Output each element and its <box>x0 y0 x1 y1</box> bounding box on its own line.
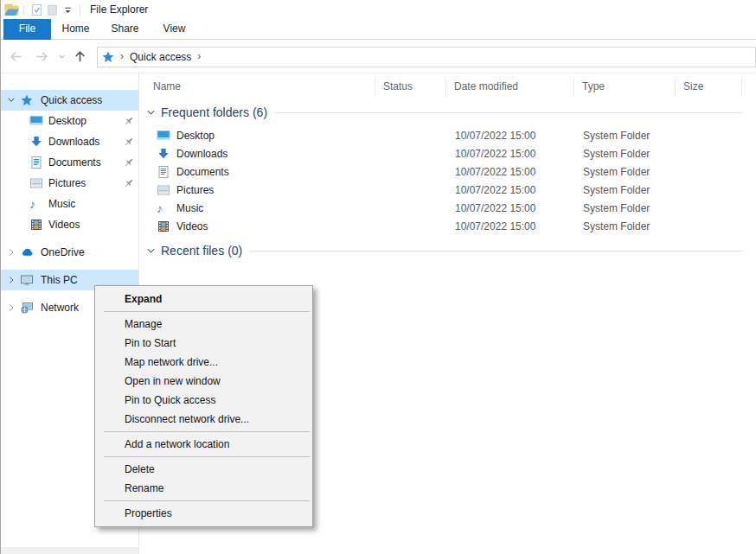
group-divider <box>250 251 742 252</box>
file-date-modified: 10/07/2022 15:00 <box>448 202 576 214</box>
tab-view[interactable]: View <box>150 19 199 40</box>
file-name: Music <box>176 202 203 214</box>
downloads-icon <box>157 147 170 161</box>
file-row-music[interactable]: ♪ Music 10/07/2022 15:00 System Folder <box>139 199 756 217</box>
file-date-modified: 10/07/2022 15:00 <box>448 148 576 160</box>
documents-icon <box>29 156 43 169</box>
address-bar[interactable]: › Quick access › <box>97 47 756 67</box>
sidebar-item-label: Documents <box>48 156 101 169</box>
desktop-icon <box>157 129 170 143</box>
file-name: Videos <box>176 220 208 232</box>
menu-item-properties[interactable]: Properties <box>95 504 312 523</box>
tab-home[interactable]: Home <box>51 19 100 40</box>
menu-separator <box>104 500 310 501</box>
column-header-name[interactable]: Name <box>139 78 375 97</box>
menu-item-pin-to-quick-access[interactable]: Pin to Quick access <box>95 391 312 410</box>
sidebar-item-onedrive[interactable]: OneDrive <box>1 242 138 263</box>
quick-access-star-icon <box>20 93 34 107</box>
chevron-right-icon[interactable] <box>7 276 17 284</box>
menu-item-rename[interactable]: Rename <box>95 479 312 498</box>
breadcrumb-segment[interactable]: Quick access <box>129 51 192 63</box>
sidebar-scrollbar-track[interactable] <box>1 547 138 554</box>
back-button[interactable] <box>3 45 29 69</box>
sidebar-item-label: Downloads <box>48 136 99 148</box>
file-date-modified: 10/07/2022 15:00 <box>448 220 576 232</box>
chevron-down-icon[interactable] <box>7 96 17 105</box>
group-header-frequent-folders[interactable]: Frequent folders (6) <box>139 104 756 121</box>
menu-item-delete[interactable]: Delete <box>95 460 312 479</box>
menu-item-map-network-drive[interactable]: Map network drive... <box>95 353 312 372</box>
file-row-pictures[interactable]: Pictures 10/07/2022 15:00 System Folder <box>139 181 756 199</box>
tab-file[interactable]: File <box>3 19 51 40</box>
back-arrow-icon <box>9 49 23 64</box>
file-name: Documents <box>176 166 229 178</box>
downloads-icon <box>29 135 43 149</box>
chevron-down-icon[interactable] <box>146 246 156 256</box>
pin-icon <box>124 157 134 168</box>
qat-new-folder-button[interactable] <box>44 2 60 17</box>
sidebar-item-videos[interactable]: Videos <box>1 214 138 235</box>
up-button[interactable] <box>68 45 91 69</box>
file-row-desktop[interactable]: Desktop 10/07/2022 15:00 System Folder <box>139 126 756 144</box>
context-menu-this-pc: Expand Manage Pin to Start Map network d… <box>94 285 313 527</box>
file-type: System Folder <box>576 166 678 178</box>
menu-item-expand[interactable]: Expand <box>95 290 312 309</box>
window-title: File Explorer <box>90 3 148 16</box>
menu-item-open-in-new-window[interactable]: Open in new window <box>95 372 312 391</box>
sidebar-item-pictures[interactable]: Pictures <box>1 173 138 194</box>
quick-access-star-icon <box>101 50 115 64</box>
menu-item-add-network-location[interactable]: Add a network location <box>95 435 312 454</box>
menu-item-disconnect-network-drive[interactable]: Disconnect network drive... <box>95 410 312 429</box>
chevron-right-icon[interactable] <box>7 303 17 312</box>
file-name: Desktop <box>176 130 215 142</box>
file-date-modified: 10/07/2022 15:00 <box>448 184 576 196</box>
file-row-documents[interactable]: Documents 10/07/2022 15:00 System Folder <box>139 162 756 181</box>
file-type: System Folder <box>576 130 678 142</box>
sidebar-item-music[interactable]: ♪ Music <box>1 194 138 214</box>
pin-icon <box>124 116 134 126</box>
pictures-icon <box>157 183 170 197</box>
ribbon-tab-bar: File Home Share View <box>1 19 756 40</box>
sidebar-item-label: Quick access <box>41 94 102 106</box>
qat-customize-button[interactable] <box>60 2 75 17</box>
file-row-downloads[interactable]: Downloads 10/07/2022 15:00 System Folder <box>139 144 756 162</box>
sidebar-item-quick-access[interactable]: Quick access <box>1 90 138 111</box>
file-row-videos[interactable]: Videos 10/07/2022 15:00 System Folder <box>139 217 756 235</box>
chevron-down-icon[interactable] <box>146 108 156 118</box>
titlebar: File Explorer <box>1 0 756 19</box>
menu-separator <box>104 311 310 312</box>
tab-share[interactable]: Share <box>100 19 150 40</box>
chevron-right-icon[interactable] <box>7 248 17 257</box>
column-header-size[interactable]: Size <box>676 78 742 97</box>
customize-dropdown-icon <box>62 4 74 16</box>
column-header-date-modified[interactable]: Date modified <box>446 78 574 97</box>
forward-button[interactable] <box>29 45 54 69</box>
breadcrumb-chevron-icon: › <box>115 50 129 64</box>
sidebar-item-documents[interactable]: Documents <box>1 152 138 173</box>
column-header-status[interactable]: Status <box>375 78 446 97</box>
menu-separator <box>104 431 310 432</box>
menu-item-manage[interactable]: Manage <box>95 315 312 334</box>
desktop-icon <box>29 114 43 128</box>
sidebar-item-label: Videos <box>48 219 80 231</box>
videos-icon <box>157 220 170 233</box>
group-header-recent-files[interactable]: Recent files (0) <box>139 242 756 259</box>
sidebar-item-label: This PC <box>41 274 78 286</box>
forward-arrow-icon <box>35 49 49 64</box>
menu-item-pin-to-start[interactable]: Pin to Start <box>95 334 312 353</box>
column-header-row: Name Status Date modified Type Size <box>139 78 756 97</box>
file-type: System Folder <box>576 184 678 196</box>
file-date-modified: 10/07/2022 15:00 <box>448 130 576 142</box>
sidebar-item-downloads[interactable]: Downloads <box>1 131 138 152</box>
file-type: System Folder <box>576 202 678 214</box>
qat-properties-button[interactable] <box>29 2 44 17</box>
column-header-type[interactable]: Type <box>574 78 676 97</box>
up-arrow-icon <box>73 49 87 64</box>
file-explorer-window: File Explorer File Home Share View <box>0 0 756 554</box>
folder-icon[interactable] <box>4 3 19 16</box>
onedrive-icon <box>20 245 34 259</box>
sidebar-item-label: Network <box>41 302 79 314</box>
recent-locations-button[interactable] <box>54 45 68 69</box>
properties-check-icon <box>30 3 43 16</box>
sidebar-item-desktop[interactable]: Desktop <box>1 111 138 131</box>
